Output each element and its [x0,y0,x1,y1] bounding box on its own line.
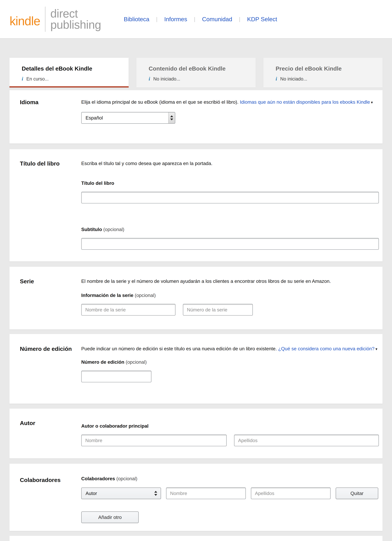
section-autor: Autor Autor o colaborador principal [10,409,382,458]
section-label: Número de edición [20,345,81,404]
autor-principal-field-label: Autor o colaborador principal [81,423,379,429]
edition-number-field-label: Número de edición (opcional) [81,359,379,365]
nav-link-kdp-select[interactable]: KDP Select [247,16,277,23]
idioma-description: Elija el idioma principal de su eBook (i… [81,98,379,106]
arrow-up-icon [154,491,157,493]
tab-detalles-ebook[interactable]: Detalles del eBook Kindle i En curso... [10,58,129,88]
page-body: Detalles del eBook Kindle i En curso... … [0,58,392,541]
kdp-logo[interactable]: kindle direct publishing [10,7,101,32]
book-title-input[interactable] [81,192,379,203]
subtitle-field-label: Subtítulo (opcional) [81,227,379,232]
tab-title: Precio del eBook Kindle [276,65,380,72]
arrow-up-icon [170,115,173,117]
tab-title: Contenido del eBook Kindle [149,65,253,72]
author-first-name-input[interactable] [81,435,227,446]
main-nav: Biblioteca | Informes | Comunidad | KDP … [124,16,277,23]
nav-link-biblioteca[interactable]: Biblioteca [124,16,149,23]
app-header: kindle direct publishing Biblioteca | In… [0,0,392,39]
tab-precio-ebook[interactable]: Precio del eBook Kindle i No iniciado... [263,58,382,88]
colaboradores-field-label: Colaboradores (opcional) [81,476,379,481]
optional-hint: (opcional) [116,476,137,481]
logo-divider [45,7,45,32]
section-serie: Serie El nombre de la serie y el número … [10,267,382,329]
info-icon: i [22,76,23,82]
section-label: Título del libro [20,160,81,261]
serie-info-field-label: Información de la serie (opcional) [81,293,379,298]
nav-separator: | [156,16,157,22]
section-colaboradores: Colaboradores Colaboradores (opcional) A… [10,464,382,531]
spinner-arrows-icon [168,112,175,123]
tab-status: i No iniciado... [276,76,380,82]
workflow-tabs: Detalles del eBook Kindle i En curso... … [10,58,382,88]
spinner-arrows-icon [151,488,161,499]
section-numero-edicion: Número de edición Puede indicar un númer… [10,334,382,404]
tab-status: i No iniciado... [149,76,253,82]
next-section-card [10,536,382,541]
logo-line-publishing: publishing [50,19,101,30]
arrow-down-icon [170,119,173,120]
edicion-description: Puede indicar un número de edición si es… [81,345,379,353]
nav-link-comunidad[interactable]: Comunidad [202,16,232,23]
tab-status-text: No iniciado... [153,76,180,82]
info-icon: i [149,76,150,82]
kindle-logo-text: kindle [10,11,40,27]
contributor-role-select[interactable]: Autor [81,488,161,499]
book-title-field-label: Título del libro [81,181,379,186]
section-idioma: Idioma Elija el idioma principal de su e… [10,90,382,144]
optional-hint: (opcional) [103,227,124,232]
section-label: Autor [20,419,81,458]
language-select[interactable]: Español [81,112,175,124]
optional-hint: (opcional) [135,293,156,298]
serie-name-input[interactable] [81,304,176,316]
serie-description: El nombre de la serie y el número de vol… [81,277,379,285]
anadir-otro-button[interactable]: Añadir otro [81,511,139,523]
tab-title: Detalles del eBook Kindle [22,65,126,72]
direct-publishing-logo-text: direct publishing [50,8,101,30]
language-select-value: Español [82,115,103,121]
caret-down-icon: ▾ [371,100,373,104]
tab-status-text: No iniciado... [280,76,307,82]
section-label: Idioma [20,98,81,144]
nueva-edicion-link[interactable]: ¿Qué se considera como una nueva edición… [278,346,374,351]
tab-status-text: En curso... [26,76,49,82]
arrow-down-icon [154,494,157,496]
contributor-last-name-input[interactable] [251,488,331,499]
author-last-name-input[interactable] [234,435,379,446]
optional-hint: (opcional) [126,359,147,365]
serie-number-input[interactable] [183,304,253,316]
subtitle-input[interactable] [81,238,379,250]
edition-number-input[interactable] [81,371,152,382]
nav-separator: | [194,16,195,22]
tab-status: i En curso... [22,76,126,82]
idiomas-no-disponibles-link[interactable]: Idiomas que aún no están disponibles par… [240,99,370,105]
titulo-description: Escriba el título tal y como desea que a… [81,160,379,167]
contributor-first-name-input[interactable] [166,488,246,499]
section-label: Colaboradores [20,476,81,531]
section-label: Serie [20,277,81,329]
logo-line-direct: direct [50,8,101,19]
contributor-row: Autor Quitar [81,488,379,499]
contributor-role-value: Autor [82,491,97,496]
caret-down-icon: ▾ [376,347,377,351]
nav-link-informes[interactable]: Informes [164,16,187,23]
quitar-button[interactable]: Quitar [336,488,378,499]
section-titulo: Título del libro Escriba el título tal y… [10,149,382,261]
nav-separator: | [239,16,240,22]
tab-contenido-ebook[interactable]: Contenido del eBook Kindle i No iniciado… [136,58,256,88]
info-icon: i [276,76,277,82]
